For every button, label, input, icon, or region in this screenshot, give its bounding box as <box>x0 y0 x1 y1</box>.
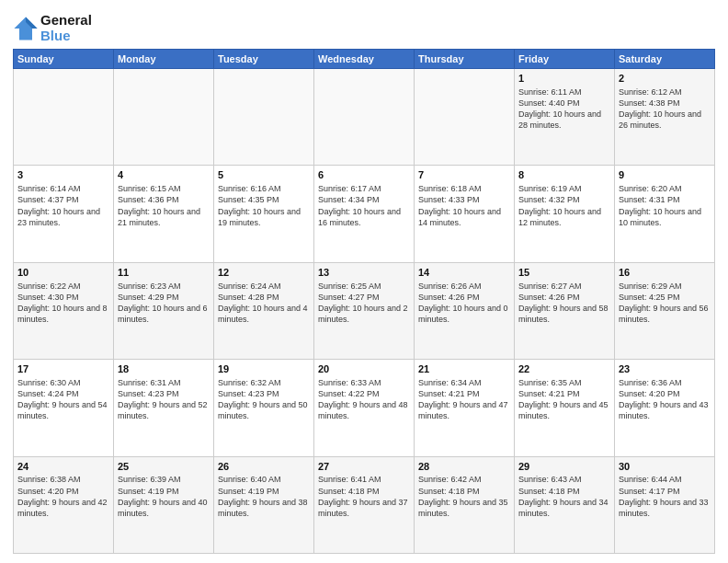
calendar-cell <box>314 69 415 166</box>
calendar-cell: 23Sunrise: 6:36 AMSunset: 4:20 PMDayligh… <box>615 360 715 456</box>
calendar-cell: 10Sunrise: 6:22 AMSunset: 4:30 PMDayligh… <box>14 262 114 359</box>
calendar-cell: 6Sunrise: 6:17 AMSunset: 4:34 PMDaylight… <box>314 166 415 262</box>
calendar-cell: 30Sunrise: 6:44 AMSunset: 4:17 PMDayligh… <box>615 456 715 553</box>
calendar-cell <box>214 69 314 166</box>
day-number: 3 <box>17 168 109 182</box>
calendar-cell: 12Sunrise: 6:24 AMSunset: 4:28 PMDayligh… <box>214 262 314 359</box>
calendar-cell: 15Sunrise: 6:27 AMSunset: 4:26 PMDayligh… <box>515 262 615 359</box>
calendar-cell: 19Sunrise: 6:32 AMSunset: 4:23 PMDayligh… <box>214 360 314 456</box>
week-row-4: 17Sunrise: 6:30 AMSunset: 4:24 PMDayligh… <box>14 360 715 456</box>
day-number: 25 <box>118 460 210 474</box>
calendar-cell: 22Sunrise: 6:35 AMSunset: 4:21 PMDayligh… <box>515 360 615 456</box>
day-number: 6 <box>318 168 410 182</box>
weekday-header-saturday: Saturday <box>615 50 715 69</box>
calendar-cell: 18Sunrise: 6:31 AMSunset: 4:23 PMDayligh… <box>114 360 214 456</box>
page: General Blue SundayMondayTuesdayWednesda… <box>0 0 728 563</box>
weekday-header-friday: Friday <box>515 50 615 69</box>
calendar-cell: 4Sunrise: 6:15 AMSunset: 4:36 PMDaylight… <box>114 166 214 262</box>
weekday-header-thursday: Thursday <box>415 50 515 69</box>
calendar-cell <box>415 69 515 166</box>
week-row-2: 3Sunrise: 6:14 AMSunset: 4:37 PMDaylight… <box>14 166 715 262</box>
calendar-cell: 3Sunrise: 6:14 AMSunset: 4:37 PMDaylight… <box>14 166 114 262</box>
day-number: 30 <box>619 460 711 474</box>
calendar-cell: 13Sunrise: 6:25 AMSunset: 4:27 PMDayligh… <box>314 262 415 359</box>
day-number: 20 <box>318 362 410 376</box>
logo-icon <box>13 16 39 41</box>
day-number: 4 <box>118 168 210 182</box>
calendar-cell: 14Sunrise: 6:26 AMSunset: 4:26 PMDayligh… <box>415 262 515 359</box>
day-number: 9 <box>619 168 711 182</box>
header-row: SundayMondayTuesdayWednesdayThursdayFrid… <box>14 50 715 69</box>
calendar-table: SundayMondayTuesdayWednesdayThursdayFrid… <box>13 49 715 554</box>
weekday-header-sunday: Sunday <box>14 50 114 69</box>
calendar-cell <box>114 69 214 166</box>
week-row-1: 1Sunrise: 6:11 AMSunset: 4:40 PMDaylight… <box>14 69 715 166</box>
day-number: 5 <box>218 168 310 182</box>
calendar-cell: 1Sunrise: 6:11 AMSunset: 4:40 PMDaylight… <box>515 69 615 166</box>
calendar: SundayMondayTuesdayWednesdayThursdayFrid… <box>13 49 715 554</box>
day-number: 13 <box>318 266 410 280</box>
day-number: 15 <box>518 266 610 280</box>
calendar-cell: 7Sunrise: 6:18 AMSunset: 4:33 PMDaylight… <box>415 166 515 262</box>
calendar-cell: 25Sunrise: 6:39 AMSunset: 4:19 PMDayligh… <box>114 456 214 553</box>
weekday-header-wednesday: Wednesday <box>314 50 415 69</box>
day-number: 27 <box>318 460 410 474</box>
day-number: 18 <box>118 362 210 376</box>
logo-text: General Blue <box>40 13 92 43</box>
day-number: 29 <box>518 460 610 474</box>
calendar-cell: 26Sunrise: 6:40 AMSunset: 4:19 PMDayligh… <box>214 456 314 553</box>
day-number: 24 <box>17 460 109 474</box>
header: General Blue <box>13 9 715 43</box>
day-number: 26 <box>218 460 310 474</box>
day-number: 8 <box>518 168 610 182</box>
day-number: 1 <box>518 72 610 86</box>
day-number: 14 <box>418 266 510 280</box>
day-number: 2 <box>619 72 711 86</box>
day-number: 7 <box>418 168 510 182</box>
calendar-cell: 11Sunrise: 6:23 AMSunset: 4:29 PMDayligh… <box>114 262 214 359</box>
day-number: 21 <box>418 362 510 376</box>
calendar-cell: 27Sunrise: 6:41 AMSunset: 4:18 PMDayligh… <box>314 456 415 553</box>
day-number: 17 <box>17 362 109 376</box>
week-row-5: 24Sunrise: 6:38 AMSunset: 4:20 PMDayligh… <box>14 456 715 553</box>
weekday-header-tuesday: Tuesday <box>214 50 314 69</box>
calendar-cell: 28Sunrise: 6:42 AMSunset: 4:18 PMDayligh… <box>415 456 515 553</box>
calendar-cell: 17Sunrise: 6:30 AMSunset: 4:24 PMDayligh… <box>14 360 114 456</box>
day-number: 12 <box>218 266 310 280</box>
day-number: 22 <box>518 362 610 376</box>
calendar-cell: 21Sunrise: 6:34 AMSunset: 4:21 PMDayligh… <box>415 360 515 456</box>
logo: General Blue <box>13 13 92 43</box>
calendar-cell: 24Sunrise: 6:38 AMSunset: 4:20 PMDayligh… <box>14 456 114 553</box>
day-number: 16 <box>619 266 711 280</box>
calendar-cell: 29Sunrise: 6:43 AMSunset: 4:18 PMDayligh… <box>515 456 615 553</box>
day-number: 28 <box>418 460 510 474</box>
weekday-header-monday: Monday <box>114 50 214 69</box>
day-number: 23 <box>619 362 711 376</box>
calendar-cell: 8Sunrise: 6:19 AMSunset: 4:32 PMDaylight… <box>515 166 615 262</box>
calendar-cell <box>14 69 114 166</box>
calendar-cell: 5Sunrise: 6:16 AMSunset: 4:35 PMDaylight… <box>214 166 314 262</box>
calendar-cell: 9Sunrise: 6:20 AMSunset: 4:31 PMDaylight… <box>615 166 715 262</box>
day-number: 10 <box>17 266 109 280</box>
day-number: 19 <box>218 362 310 376</box>
calendar-cell: 16Sunrise: 6:29 AMSunset: 4:25 PMDayligh… <box>615 262 715 359</box>
day-number: 11 <box>118 266 210 280</box>
week-row-3: 10Sunrise: 6:22 AMSunset: 4:30 PMDayligh… <box>14 262 715 359</box>
calendar-cell: 20Sunrise: 6:33 AMSunset: 4:22 PMDayligh… <box>314 360 415 456</box>
calendar-cell: 2Sunrise: 6:12 AMSunset: 4:38 PMDaylight… <box>615 69 715 166</box>
